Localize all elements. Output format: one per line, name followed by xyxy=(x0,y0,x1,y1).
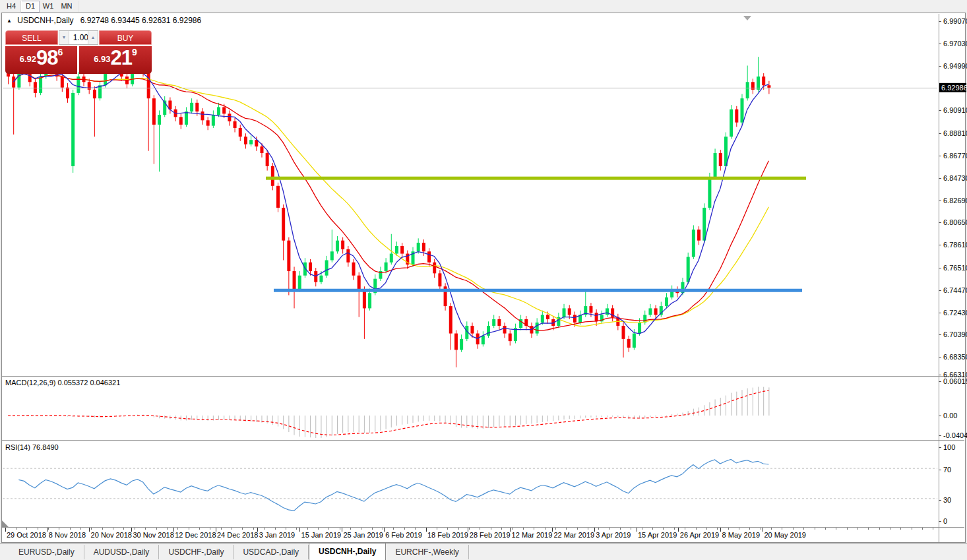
candle-body xyxy=(190,103,193,111)
price-tick-label: 6.94990 xyxy=(943,62,967,70)
candle-body xyxy=(633,334,636,348)
volume-decrease-button[interactable]: ▼ xyxy=(59,31,69,44)
candle-body xyxy=(319,276,323,282)
candle-body xyxy=(622,326,625,339)
collapse-triangle-icon[interactable]: ▲ xyxy=(7,18,12,24)
candle-body xyxy=(363,290,366,308)
tab-usdchf-daily[interactable]: USDCHF-,Daily xyxy=(159,545,234,559)
price-tick-label: 6.74470 xyxy=(943,286,967,294)
date-tick-label: 12 Mar 2019 xyxy=(512,531,553,539)
tab-eurchf-weekly[interactable]: EURCHF-,Weekly xyxy=(386,545,468,559)
candle-body xyxy=(266,153,269,166)
ma-fast-line xyxy=(13,73,768,339)
tab-usdcad-daily[interactable]: USDCAD-,Daily xyxy=(234,545,309,559)
ma-slow-line xyxy=(13,74,768,327)
date-tick-label: 22 Mar 2019 xyxy=(553,531,594,539)
candle-body xyxy=(509,334,512,342)
buy-price-small: 6.93 xyxy=(94,54,110,64)
tab-eurusd-daily[interactable]: EURUSD-,Daily xyxy=(9,545,84,559)
candle-body xyxy=(309,263,312,271)
candle-body xyxy=(249,140,253,144)
candle-body xyxy=(687,257,690,282)
date-tick-label: 20 May 2019 xyxy=(764,531,806,539)
timeframe-button-h4[interactable]: H4 xyxy=(3,1,20,11)
price-tick-label: 6.99070 xyxy=(943,17,967,25)
tab-usdcnh-daily[interactable]: USDCNH-,Daily xyxy=(309,543,386,560)
date-tick-label: 28 Feb 2019 xyxy=(470,531,511,539)
candle-body xyxy=(697,230,701,241)
candle-body xyxy=(595,313,598,321)
candle-body xyxy=(487,326,490,336)
timeframe-button-mn[interactable]: MN xyxy=(58,1,75,11)
toolbar-separator xyxy=(78,1,79,12)
price-tick-label: 6.86770 xyxy=(943,152,967,160)
price-tick-label: 6.72430 xyxy=(943,309,967,317)
candle-body xyxy=(449,306,452,333)
candle-body xyxy=(735,109,738,123)
price-tick-label: 6.82690 xyxy=(943,197,967,204)
candle-body xyxy=(298,276,301,290)
candle-body xyxy=(93,90,96,98)
candle-body xyxy=(66,88,69,99)
candle-body xyxy=(417,243,420,251)
sell-price-big: 98 xyxy=(36,46,57,69)
candle-body xyxy=(563,308,566,317)
rsi-axis-label: 30 xyxy=(943,496,951,504)
resistance-line[interactable] xyxy=(266,177,806,180)
candle-body xyxy=(206,120,210,125)
candle-body xyxy=(368,293,371,308)
candle-body xyxy=(714,153,717,177)
candle-body xyxy=(762,77,765,85)
candle-body xyxy=(638,323,641,334)
trading-terminal: { "toolbar": { "timeframes": [ {"label":… xyxy=(0,0,967,560)
candle-body xyxy=(244,137,247,144)
candle-body xyxy=(234,121,237,128)
buy-button[interactable]: BUY xyxy=(99,30,152,45)
candle-body xyxy=(746,82,749,98)
date-tick-label: 12 Dec 2018 xyxy=(175,531,216,539)
candle-body xyxy=(427,251,431,263)
price-tick-label: 6.68350 xyxy=(943,353,967,361)
timeframe-button-w1[interactable]: W1 xyxy=(40,1,57,11)
price-tick-label: 6.70390 xyxy=(943,330,967,338)
buy-price-big: 21 xyxy=(111,46,132,69)
chart-shift-marker-icon[interactable] xyxy=(743,16,751,20)
support-line[interactable] xyxy=(274,289,802,292)
candle-body xyxy=(546,315,549,319)
price-tick-label: 6.76510 xyxy=(943,264,967,272)
candle-body xyxy=(654,308,658,315)
rsi-axis-label: 70 xyxy=(943,466,951,474)
volume-input[interactable] xyxy=(69,31,88,44)
candle-body xyxy=(352,263,356,276)
macd-axis-label: 0.00 xyxy=(943,412,957,420)
candle-body xyxy=(276,186,280,208)
candle-body xyxy=(385,263,388,271)
timeframe-button-d1[interactable]: D1 xyxy=(21,1,40,13)
candle-body xyxy=(195,103,199,111)
candle-body xyxy=(98,85,102,98)
candle-body xyxy=(34,82,37,93)
rsi-axis-label: 0 xyxy=(943,517,947,525)
date-tick-label: 15 Jan 2019 xyxy=(301,531,342,539)
tab-audusd-daily[interactable]: AUDUSD-,Daily xyxy=(84,545,160,559)
candle-body xyxy=(482,336,485,344)
chart-ohlc-values: 6.92748 6.93445 6.92631 6.92986 xyxy=(80,16,202,25)
price-tick-label: 6.84730 xyxy=(943,174,967,182)
tab-bar-notch xyxy=(0,544,9,559)
candle-body xyxy=(341,241,344,249)
buy-price-sup: 9 xyxy=(132,47,137,57)
chart-canvas: 6.990706.970306.949906.909106.888106.867… xyxy=(0,0,967,560)
candle-body xyxy=(147,72,150,98)
price-tick-label: 6.88810 xyxy=(943,129,967,137)
sell-price-button[interactable]: 6.92986 xyxy=(5,46,77,74)
rsi-label: RSI(14) 76.8490 xyxy=(5,443,59,451)
candle-body xyxy=(470,326,474,334)
candle-body xyxy=(492,319,495,326)
volume-increase-button[interactable]: ▲ xyxy=(88,31,98,44)
candle-body xyxy=(185,111,188,125)
sell-button[interactable]: SELL xyxy=(5,30,58,45)
candle-body xyxy=(767,85,770,88)
date-tick-label: 6 Feb 2019 xyxy=(385,531,422,539)
candle-body xyxy=(460,339,463,350)
buy-price-button[interactable]: 6.93219 xyxy=(79,46,152,74)
